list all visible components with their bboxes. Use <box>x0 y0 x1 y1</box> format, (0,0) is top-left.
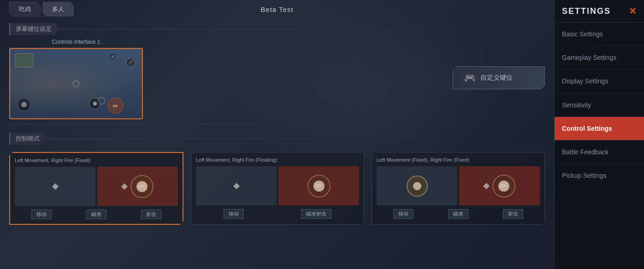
mode-label-fire-3: 射击 <box>503 209 523 219</box>
control-mode-visual-2: ✎ <box>196 166 359 205</box>
keybind-section-header: 屏幕键位设定 <box>9 23 545 35</box>
mode-diamond-1 <box>52 183 58 189</box>
preview-extra-btn1: ⚙ <box>108 53 117 61</box>
mode-label-aim-1: 瞄准 <box>86 210 106 219</box>
mode-labels-2: 移动 瞄准射击 <box>196 209 359 219</box>
tab-chicken[interactable]: 吃鸡 <box>9 2 41 17</box>
preview-crosshair <box>73 81 79 87</box>
top-tabs: 吃鸡 多人 <box>0 2 74 17</box>
page-title: Beta Test <box>260 6 293 13</box>
bullet-icon-1: ✎ <box>136 181 147 192</box>
sidebar-item-battle-feedback[interactable]: Battle Feedback <box>555 140 644 164</box>
control-mode-title-1: Left Movement, Right Fire (Fixed) <box>15 158 178 163</box>
section-divider-line-2 <box>47 139 545 139</box>
preview-grenade-btn: 💣 <box>126 58 135 67</box>
top-header: 吃鸡 多人 Beta Test <box>0 0 554 18</box>
mode-fire-circle-inner-3: ✎ <box>498 181 509 192</box>
preview-reticle <box>98 97 105 105</box>
controls-interface-card: Controls Interface 1 💣 ✎ <box>9 39 143 119</box>
mode-panel-right-3: ✎ <box>459 166 540 205</box>
control-mode-title-3: Left Movement (Fixed), Right Fire (Fixed… <box>377 157 540 163</box>
preview-minimap <box>15 53 33 67</box>
mode-panel-left-2 <box>196 166 277 205</box>
sidebar-title: SETTINGS <box>562 6 611 16</box>
sidebar-item-pickup-settings[interactable]: Pickup Settings <box>555 164 644 187</box>
bullet-icon-3: ✎ <box>498 181 509 191</box>
control-mode-section-header: 控制模式 <box>9 133 545 145</box>
mode-fire-circle-inner-2: ✎ <box>313 181 325 192</box>
mode-joystick-inner-3 <box>413 182 421 190</box>
mode-label-aim-3: 瞄准 <box>448 209 468 219</box>
custom-keybind-button[interactable]: 🎮 自定义键位 <box>453 66 545 89</box>
control-modes-area: Left Movement, Right Fire (Fixed) ✎ 移动 瞄… <box>0 152 554 225</box>
mode-diamond-aim-3 <box>483 182 489 189</box>
mode-fire-circle-3: ✎ <box>492 175 515 198</box>
bullet-icon-2: ✎ <box>313 181 324 191</box>
mode-panel-right-2: ✎ <box>278 166 359 205</box>
controls-preview[interactable]: 💣 ✎ ⚙ <box>9 48 143 119</box>
control-mode-card-1[interactable]: Left Movement, Right Fire (Fixed) ✎ 移动 瞄… <box>9 152 183 225</box>
control-mode-card-3[interactable]: Left Movement (Fixed), Right Fire (Fixed… <box>372 152 545 225</box>
horizontal-divider-1 <box>9 124 545 124</box>
mode-label-aimfire-2: 瞄准射击 <box>301 209 331 219</box>
mode-label-move-3: 移动 <box>393 209 414 219</box>
sidebar-item-sensitivity[interactable]: Sensitivity <box>555 94 644 117</box>
sidebar: SETTINGS ✕ Basic Settings Gameplay Setti… <box>554 0 644 269</box>
mode-label-move-1: 移动 <box>31 210 52 219</box>
control-mode-label: 控制模式 <box>9 133 47 145</box>
tab-multiplayer[interactable]: 多人 <box>42 2 74 17</box>
sidebar-item-display-settings[interactable]: Display Settings <box>555 70 644 93</box>
main-content: 吃鸡 多人 Beta Test 屏幕键位设定 Controls Interfac… <box>0 0 554 269</box>
custom-keybind-label: 自定义键位 <box>480 74 513 82</box>
mode-panel-left-3 <box>377 166 457 205</box>
mode-label-move-2: 移动 <box>224 209 244 219</box>
sidebar-item-gameplay-settings[interactable]: Gameplay Settings <box>555 46 644 70</box>
control-mode-visual-1: ✎ <box>15 167 178 206</box>
sidebar-item-control-settings[interactable]: Control Settings <box>555 117 644 140</box>
mode-label-fire-1: 射击 <box>141 210 161 219</box>
preview-joystick <box>17 98 31 111</box>
mode-panel-left-1 <box>15 167 95 206</box>
mode-diamond-aim-1 <box>121 183 127 189</box>
control-mode-card-2[interactable]: Left Movement, Right Fire (Floating) ✎ 移… <box>191 152 364 225</box>
preview-fire-btn: ✎ <box>107 98 124 114</box>
preview-inner: 💣 ✎ ⚙ <box>10 49 142 118</box>
sidebar-item-basic-settings[interactable]: Basic Settings <box>555 23 644 46</box>
mode-fire-circle-1: ✎ <box>130 175 154 198</box>
mode-joystick-3 <box>407 175 428 197</box>
mode-diamond-2 <box>233 182 239 189</box>
mode-panel-right-1: ✎ <box>97 167 178 206</box>
close-icon[interactable]: ✕ <box>629 6 637 17</box>
mode-labels-3: 移动 瞄准 射击 <box>377 209 540 219</box>
keybind-section-label: 屏幕键位设定 <box>9 23 59 35</box>
mode-labels-1: 移动 瞄准 射击 <box>15 210 178 219</box>
sidebar-header: SETTINGS ✕ <box>555 0 644 23</box>
mode-fire-circle-2: ✎ <box>307 175 331 198</box>
control-mode-title-2: Left Movement, Right Fire (Floating) <box>196 157 359 163</box>
controls-interface-label: Controls Interface 1 <box>52 39 100 45</box>
section-divider-line <box>59 29 545 29</box>
control-mode-visual-3: ✎ <box>377 166 540 205</box>
gamepad-icon: 🎮 <box>464 72 476 83</box>
mode-fire-circle-inner-1: ✎ <box>136 181 148 192</box>
controls-area: Controls Interface 1 💣 ✎ <box>0 39 554 119</box>
